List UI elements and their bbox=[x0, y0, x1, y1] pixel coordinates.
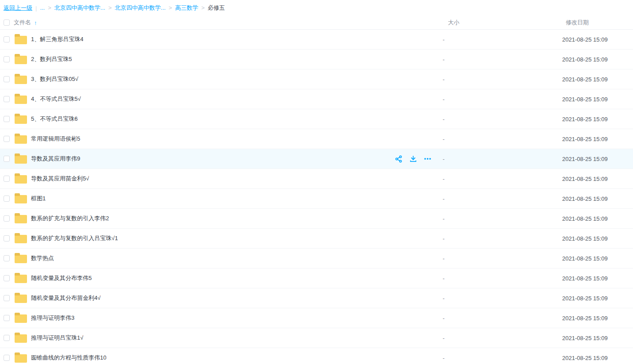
file-date: 2021-08-25 15:09 bbox=[562, 96, 608, 103]
file-name-link[interactable]: 2、数列吕宝珠5 bbox=[31, 55, 72, 63]
file-list: 1、解三角形吕宝珠4 bbox=[0, 30, 633, 364]
table-row[interactable]: 随机变量及其分布苗金利4√ bbox=[0, 288, 633, 308]
column-header-filename[interactable]: 文件名 ↑ bbox=[14, 19, 37, 27]
table-header: 文件名 ↑ 大小 修改日期 bbox=[0, 16, 633, 30]
table-row[interactable]: 常用逻辑用语侯彬5 bbox=[0, 129, 633, 149]
row-checkbox[interactable] bbox=[4, 76, 10, 82]
row-checkbox[interactable] bbox=[4, 315, 10, 321]
file-size: - bbox=[443, 355, 444, 361]
sort-ascending-icon[interactable]: ↑ bbox=[34, 19, 37, 26]
folder-icon[interactable] bbox=[15, 215, 27, 223]
file-size: - bbox=[443, 215, 444, 222]
file-name-link[interactable]: 数系的扩充与复数的引入吕宝珠√1 bbox=[31, 234, 118, 242]
row-checkbox[interactable] bbox=[4, 295, 10, 301]
file-size: - bbox=[443, 176, 444, 182]
folder-icon[interactable] bbox=[15, 295, 27, 303]
share-icon[interactable] bbox=[394, 155, 402, 163]
table-row[interactable]: 推理与证明李伟3 bbox=[0, 308, 633, 328]
table-row[interactable]: 数系的扩充与复数的引入李伟2 bbox=[0, 209, 633, 229]
breadcrumb-separator: > bbox=[48, 4, 51, 11]
row-checkbox[interactable] bbox=[4, 215, 10, 222]
folder-icon[interactable] bbox=[15, 255, 27, 263]
table-row[interactable]: 5、不等式吕宝珠6 bbox=[0, 109, 633, 129]
folder-icon[interactable] bbox=[15, 96, 27, 104]
download-icon[interactable] bbox=[409, 155, 417, 163]
row-checkbox[interactable] bbox=[4, 355, 10, 361]
table-row[interactable]: 1、解三角形吕宝珠4 bbox=[0, 30, 633, 50]
file-name-link[interactable]: 数学热点 bbox=[31, 254, 54, 262]
table-row[interactable]: 随机变量及其分布李伟5 bbox=[0, 268, 633, 288]
row-checkbox[interactable] bbox=[4, 255, 10, 261]
back-link[interactable]: 返回上一级 bbox=[4, 4, 32, 12]
table-row[interactable]: 数学热点 bbox=[0, 249, 633, 268]
row-checkbox[interactable] bbox=[4, 116, 10, 122]
row-checkbox[interactable] bbox=[4, 136, 10, 142]
folder-icon[interactable] bbox=[15, 354, 27, 363]
folder-icon[interactable] bbox=[15, 135, 27, 144]
file-size: - bbox=[443, 255, 444, 262]
file-name-link[interactable]: 导数及其应用李伟9 bbox=[31, 155, 80, 163]
more-icon[interactable] bbox=[424, 155, 432, 163]
row-checkbox[interactable] bbox=[4, 96, 10, 102]
file-name-link[interactable]: 随机变量及其分布李伟5 bbox=[31, 274, 92, 282]
row-checkbox[interactable] bbox=[4, 335, 10, 341]
table-row[interactable]: 导数及其应用苗金利5√ bbox=[0, 169, 633, 189]
folder-icon[interactable] bbox=[15, 235, 27, 243]
table-row[interactable]: 3、数列吕宝珠05√ bbox=[0, 69, 633, 89]
file-name-link[interactable]: 圆锥曲线的方程与性质李伟10 bbox=[31, 354, 106, 362]
row-checkbox[interactable] bbox=[4, 176, 10, 182]
folder-icon[interactable] bbox=[15, 56, 27, 64]
folder-icon[interactable] bbox=[15, 314, 27, 323]
file-name-link[interactable]: 5、不等式吕宝珠6 bbox=[31, 115, 77, 123]
table-row[interactable]: 2、数列吕宝珠5 bbox=[0, 50, 633, 69]
row-checkbox[interactable] bbox=[4, 235, 10, 241]
file-name-link[interactable]: 常用逻辑用语侯彬5 bbox=[31, 135, 80, 143]
breadcrumb-link[interactable]: ... bbox=[40, 4, 45, 11]
table-row[interactable]: 推理与证明吕宝珠1√ bbox=[0, 328, 633, 348]
folder-icon[interactable] bbox=[15, 195, 27, 203]
row-checkbox[interactable] bbox=[4, 156, 10, 162]
row-checkbox[interactable] bbox=[4, 195, 10, 202]
file-name-link[interactable]: 框图1 bbox=[31, 195, 46, 203]
row-checkbox[interactable] bbox=[4, 275, 10, 281]
file-name-link[interactable]: 4、不等式吕宝珠5√ bbox=[31, 95, 81, 103]
file-size: - bbox=[443, 136, 444, 142]
breadcrumb-separator: > bbox=[169, 4, 172, 11]
file-name-link[interactable]: 1、解三角形吕宝珠4 bbox=[31, 35, 83, 43]
file-manager-page: 返回上一级 | ...>北京四中高中数学...>北京四中高中数学...>高三数学… bbox=[0, 0, 633, 364]
breadcrumb-trail: ...>北京四中高中数学...>北京四中高中数学...>高三数学>必修五 bbox=[40, 4, 225, 12]
table-row[interactable]: 圆锥曲线的方程与性质李伟10 bbox=[0, 348, 633, 364]
file-name-link[interactable]: 随机变量及其分布苗金利4√ bbox=[31, 294, 100, 302]
table-row[interactable]: 数系的扩充与复数的引入吕宝珠√1 bbox=[0, 229, 633, 249]
breadcrumb-separator: > bbox=[201, 4, 205, 11]
file-date: 2021-08-25 15:09 bbox=[562, 215, 608, 222]
file-name-link[interactable]: 导数及其应用苗金利5√ bbox=[31, 175, 89, 183]
folder-icon[interactable] bbox=[15, 334, 27, 343]
file-name-link[interactable]: 3、数列吕宝珠05√ bbox=[31, 75, 78, 83]
column-header-date[interactable]: 修改日期 bbox=[566, 19, 589, 27]
folder-icon[interactable] bbox=[15, 76, 27, 84]
file-date: 2021-08-25 15:09 bbox=[562, 76, 608, 83]
file-date: 2021-08-25 15:09 bbox=[562, 56, 608, 63]
table-row[interactable]: 导数及其应用李伟9 bbox=[0, 149, 633, 169]
select-all-checkbox[interactable] bbox=[4, 19, 10, 26]
file-date: 2021-08-25 15:09 bbox=[562, 116, 608, 123]
breadcrumb-link[interactable]: 高三数学 bbox=[175, 4, 198, 11]
folder-icon[interactable] bbox=[15, 115, 27, 124]
breadcrumb-link[interactable]: 北京四中高中数学... bbox=[115, 4, 166, 11]
folder-icon[interactable] bbox=[15, 155, 27, 164]
column-header-size[interactable]: 大小 bbox=[448, 19, 459, 27]
row-checkbox[interactable] bbox=[4, 56, 10, 62]
table-row[interactable]: 框图1 bbox=[0, 189, 633, 209]
file-name-link[interactable]: 推理与证明吕宝珠1√ bbox=[31, 334, 83, 342]
table-row[interactable]: 4、不等式吕宝珠5√ bbox=[0, 89, 633, 109]
row-checkbox[interactable] bbox=[4, 36, 10, 42]
folder-icon[interactable] bbox=[15, 275, 27, 283]
file-size: - bbox=[443, 275, 444, 282]
file-name-link[interactable]: 数系的扩充与复数的引入李伟2 bbox=[31, 215, 109, 222]
file-date: 2021-08-25 15:09 bbox=[562, 36, 608, 43]
folder-icon[interactable] bbox=[15, 175, 27, 184]
folder-icon[interactable] bbox=[15, 36, 27, 44]
breadcrumb-link[interactable]: 北京四中高中数学... bbox=[54, 4, 105, 11]
file-name-link[interactable]: 推理与证明李伟3 bbox=[31, 314, 74, 322]
